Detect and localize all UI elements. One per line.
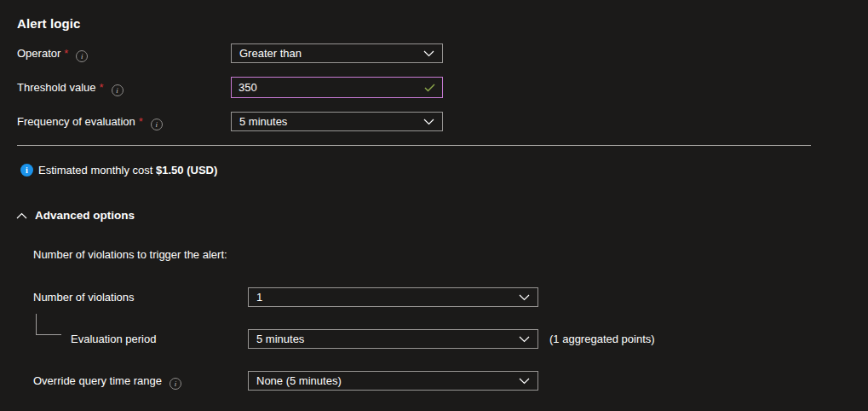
info-icon[interactable] — [112, 84, 124, 96]
override-label: Override query time range — [33, 371, 181, 391]
alert-logic-panel: Alert logic Operator* Greater than Thres… — [0, 0, 868, 411]
estimated-cost-text: Estimated monthly cost $1.50 (USD) — [38, 164, 217, 177]
frequency-dropdown[interactable]: 5 minutes — [231, 112, 443, 131]
operator-label: Operator* — [17, 43, 88, 63]
chevron-down-icon — [423, 50, 434, 57]
aggregated-points-note: (1 aggregated points) — [549, 329, 655, 349]
info-icon[interactable] — [151, 119, 163, 130]
evaluation-period-dropdown[interactable]: 5 minutes — [248, 329, 538, 349]
required-marker: * — [100, 81, 104, 94]
frequency-label: Frequency of evaluation* — [17, 112, 163, 131]
override-dropdown[interactable]: None (5 minutes) — [248, 371, 538, 391]
violations-intro-text: Number of violations to trigger the aler… — [33, 248, 227, 261]
chevron-down-icon — [519, 336, 530, 343]
section-title: Alert logic — [17, 16, 80, 31]
valid-check-icon — [424, 84, 435, 92]
evaluation-period-label: Evaluation period — [71, 329, 156, 349]
violations-value: 1 — [256, 291, 262, 304]
chevron-down-icon — [519, 294, 530, 301]
chevron-down-icon — [423, 119, 434, 125]
violations-label: Number of violations — [33, 287, 135, 307]
estimated-cost-value: $1.50 (USD) — [156, 164, 217, 177]
evaluation-period-value: 5 minutes — [256, 333, 304, 345]
threshold-input-wrapper — [231, 77, 443, 98]
advanced-options-toggle[interactable]: Advanced options — [16, 209, 135, 222]
threshold-input[interactable] — [239, 81, 409, 94]
frequency-value: 5 minutes — [239, 115, 287, 128]
chevron-down-icon — [519, 378, 530, 385]
operator-dropdown[interactable]: Greater than — [231, 43, 443, 63]
tree-connector — [36, 314, 61, 335]
advanced-options-title: Advanced options — [35, 209, 135, 222]
override-value: None (5 minutes) — [256, 374, 342, 387]
operator-value: Greater than — [239, 47, 302, 60]
violations-dropdown[interactable]: 1 — [248, 287, 538, 307]
required-marker: * — [139, 115, 143, 128]
info-icon[interactable] — [76, 50, 88, 62]
info-icon[interactable] — [170, 378, 181, 390]
section-divider — [17, 145, 811, 146]
info-badge-icon — [20, 164, 33, 177]
threshold-label: Threshold value* — [17, 78, 124, 97]
required-marker: * — [64, 47, 68, 60]
chevron-up-icon — [16, 212, 27, 219]
